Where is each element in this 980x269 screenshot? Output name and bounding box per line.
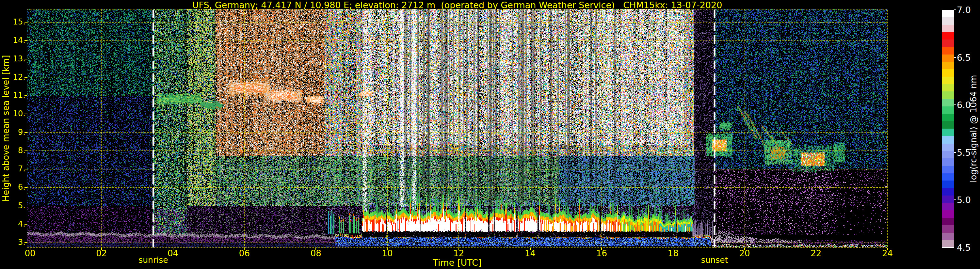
- y-tick-mark: [24, 114, 27, 114]
- y-tick-label: 3.: [0, 238, 25, 247]
- colorbar-color-step: [942, 166, 954, 173]
- x-tick-mark: [744, 248, 745, 250]
- x-tick-mark: [673, 248, 673, 250]
- backscatter-heatmap-canvas: [27, 9, 888, 248]
- x-tick-mark: [816, 248, 816, 250]
- x-tick-mark: [315, 248, 316, 250]
- colorbar-color-step: [942, 233, 954, 240]
- colorbar-color-step: [942, 69, 954, 77]
- colorbar-color-step: [942, 151, 954, 158]
- colorbar-color-step: [942, 91, 954, 99]
- y-tick-mark: [24, 96, 27, 96]
- sunset-label: sunset: [701, 255, 728, 265]
- colorbar-color-step: [942, 54, 954, 62]
- y-tick-label: 6.: [0, 183, 25, 192]
- x-tick-mark: [458, 248, 459, 250]
- y-tick-label: 13.: [0, 54, 25, 63]
- y-tick-label: 7.: [0, 164, 25, 173]
- y-tick-mark: [24, 40, 27, 41]
- colorbar-color-step: [942, 180, 954, 188]
- y-tick-label: 4.: [0, 220, 25, 229]
- colorbar-color-step: [942, 218, 954, 225]
- colorbar-color-step: [942, 25, 954, 32]
- colorbar-tick-label: 7.0: [957, 5, 971, 15]
- x-tick-mark: [173, 248, 173, 250]
- colorbar-color-step: [942, 10, 954, 17]
- colorbar-color-step: [942, 17, 954, 25]
- colorbar-tick-mark: [954, 199, 956, 200]
- colorbar-color-step: [942, 114, 954, 121]
- y-tick-mark: [24, 206, 27, 206]
- colorbar-color-step: [942, 107, 954, 114]
- colorbar-color-step: [942, 62, 954, 69]
- colorbar-tick-label: 5.0: [957, 195, 971, 205]
- colorbar: [942, 10, 954, 247]
- colorbar-color-step: [942, 144, 954, 151]
- colorbar-color-step: [942, 196, 954, 203]
- y-tick-mark: [24, 224, 27, 224]
- colorbar-tick-label: 6.5: [957, 52, 971, 62]
- colorbar-color-step: [942, 210, 954, 218]
- x-tick-mark: [101, 248, 102, 250]
- colorbar-color-step: [942, 203, 954, 210]
- colorbar-color-step: [942, 225, 954, 233]
- y-tick-label: 12.: [0, 72, 25, 82]
- y-tick-label: 14.: [0, 36, 25, 45]
- colorbar-tick-mark: [954, 57, 956, 58]
- y-tick-mark: [24, 77, 27, 78]
- colorbar-color-step: [942, 47, 954, 54]
- colorbar-color-step: [942, 32, 954, 40]
- colorbar-color-step: [942, 240, 954, 247]
- y-tick-label: 9.: [0, 127, 25, 137]
- y-tick-mark: [24, 187, 27, 188]
- sunrise-label: sunrise: [138, 255, 168, 265]
- x-tick-mark: [887, 248, 888, 250]
- colorbar-color-step: [942, 99, 954, 107]
- y-tick-label: 8.: [0, 146, 25, 155]
- colorbar-color-step: [942, 77, 954, 84]
- colorbar-color-step: [942, 84, 954, 92]
- y-tick-label: 11.: [0, 91, 25, 100]
- x-tick-mark: [244, 248, 245, 250]
- colorbar-title: log(rc-signal) @ 1064 nm: [969, 75, 978, 182]
- y-tick-mark: [24, 169, 27, 169]
- y-tick-mark: [24, 22, 27, 22]
- colorbar-color-step: [942, 158, 954, 166]
- y-tick-mark: [24, 242, 27, 243]
- x-tick-mark: [387, 248, 388, 250]
- colorbar-color-step: [942, 40, 954, 47]
- colorbar-color-step: [942, 173, 954, 181]
- plot-title: UFS, Germany; 47.417 N / 10.980 E; eleva…: [27, 0, 888, 10]
- y-tick-label: 15.: [0, 17, 25, 26]
- x-tick-mark: [601, 248, 602, 250]
- colorbar-color-step: [942, 129, 954, 136]
- colorbar-tick-mark: [954, 10, 956, 10]
- colorbar-tick-mark: [942, 247, 954, 248]
- x-axis-title: Time [UTC]: [433, 258, 481, 268]
- y-tick-mark: [24, 59, 27, 59]
- y-tick-mark: [24, 151, 27, 151]
- y-tick-mark: [24, 132, 27, 133]
- colorbar-tick-mark: [954, 152, 956, 153]
- colorbar-color-step: [942, 121, 954, 129]
- y-tick-label: 5.: [0, 201, 25, 210]
- y-tick-label: 10.: [0, 109, 25, 118]
- colorbar-color-step: [942, 136, 954, 144]
- x-tick-mark: [530, 248, 531, 250]
- colorbar-tick-label: 4.5: [957, 243, 971, 253]
- colorbar-color-step: [942, 188, 954, 196]
- colorbar-tick-mark: [954, 105, 956, 105]
- x-tick-mark: [30, 248, 30, 250]
- ceilometer-quicklook-screenshot: { "header": { "title": "UFS, Germany; 47…: [0, 0, 980, 269]
